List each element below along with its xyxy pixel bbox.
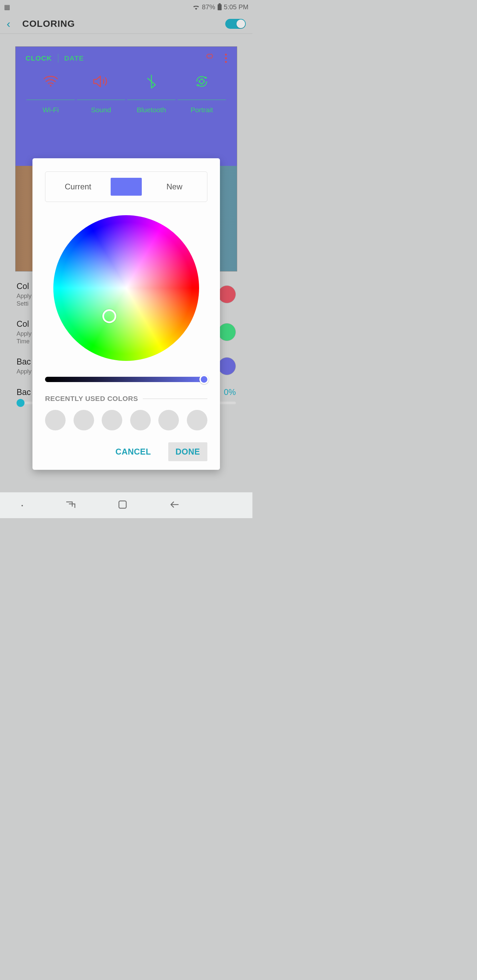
divider (143, 399, 207, 399)
color-wheel[interactable] (53, 215, 199, 361)
current-new-box: Current New (45, 172, 207, 202)
recent-color-slot[interactable] (102, 410, 122, 430)
current-label: Current (45, 182, 111, 191)
dialog-buttons: CANCEL DONE (45, 442, 207, 461)
done-button[interactable]: DONE (168, 442, 207, 461)
recent-color-slot[interactable] (130, 410, 151, 430)
color-wheel-container (45, 215, 207, 361)
navigation-bar: ● (0, 492, 252, 518)
recent-title: RECENTLY USED COLORS (45, 395, 138, 402)
new-label: New (142, 182, 207, 191)
cancel-button[interactable]: CANCEL (108, 442, 158, 461)
nav-dot-icon[interactable]: ● (21, 504, 23, 507)
color-swatch (111, 178, 142, 196)
recent-color-slot[interactable] (45, 410, 65, 430)
brightness-slider[interactable] (45, 377, 207, 382)
recent-colors-header: RECENTLY USED COLORS (45, 395, 207, 402)
svg-rect-4 (119, 501, 126, 508)
recent-color-slot[interactable] (158, 410, 179, 430)
wheel-cursor[interactable] (102, 309, 116, 323)
home-icon[interactable] (118, 500, 127, 511)
recents-icon[interactable] (65, 501, 75, 510)
recent-color-slot[interactable] (73, 410, 94, 430)
recent-color-slot[interactable] (187, 410, 207, 430)
color-picker-dialog: Current New RECENTLY USED COLORS CANCEL … (32, 158, 220, 470)
back-nav-icon[interactable] (170, 501, 179, 510)
brightness-thumb[interactable] (199, 375, 209, 384)
recent-colors-row (45, 410, 207, 430)
